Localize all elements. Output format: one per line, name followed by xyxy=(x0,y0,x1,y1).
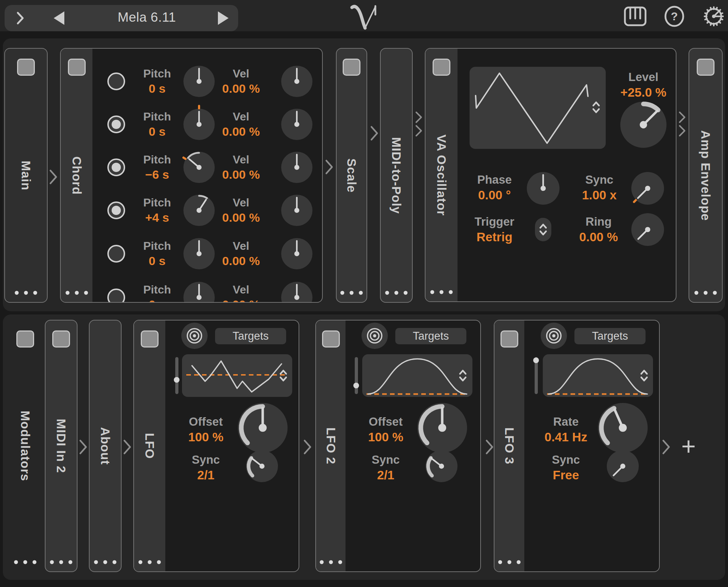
lfo-waveform-display[interactable] xyxy=(182,354,292,397)
chord-note-radio[interactable] xyxy=(107,201,125,219)
lfo-2-menu-dots-icon[interactable] xyxy=(320,560,342,564)
lfo-menu-dots-icon[interactable] xyxy=(138,560,161,564)
next-preset-button[interactable] xyxy=(218,11,229,25)
modulation-drag-source[interactable] xyxy=(362,323,388,349)
ring-param[interactable]: Ring 0.00 % xyxy=(579,215,618,244)
offset-param[interactable]: Offset 100 % xyxy=(368,415,403,444)
amp-envelope-enable-checkbox[interactable] xyxy=(697,59,714,76)
wave-select-stepper-icon[interactable] xyxy=(638,368,650,383)
chord-note-radio[interactable] xyxy=(107,158,125,176)
modulators-section-strip[interactable]: Modulators xyxy=(4,320,46,572)
expand-browser-button[interactable] xyxy=(16,11,25,25)
sync-knob[interactable] xyxy=(240,444,284,489)
wave-select-stepper-icon[interactable] xyxy=(590,100,602,114)
sync-knob[interactable] xyxy=(600,444,645,489)
pitch-param[interactable]: Pitch 0 s xyxy=(143,239,171,268)
midi-in-2-enable-checkbox[interactable] xyxy=(52,330,70,348)
sync-param[interactable]: Sync Free xyxy=(552,453,580,482)
phase-param[interactable]: Phase 0.00 ° xyxy=(477,173,512,202)
scale-enable-checkbox[interactable] xyxy=(343,59,360,76)
offset-param[interactable]: Offset 100 % xyxy=(188,415,223,444)
chord-note-radio[interactable] xyxy=(107,289,125,303)
vel-param[interactable]: Vel 0.00 % xyxy=(222,153,260,182)
lfo-3-enable-checkbox[interactable] xyxy=(500,330,518,348)
lfo-2-enable-checkbox[interactable] xyxy=(322,330,340,348)
chord-note-radio[interactable] xyxy=(107,245,125,263)
va-oscillator-menu-dots-icon[interactable] xyxy=(430,290,453,294)
help-button[interactable]: ? xyxy=(664,6,685,27)
vel-knob[interactable] xyxy=(275,102,319,146)
vel-param[interactable]: Vel 0.00 % xyxy=(222,110,260,139)
mod-depth-slider-handle[interactable] xyxy=(174,377,180,383)
chord-menu-dots-icon[interactable] xyxy=(65,291,88,295)
module-amp-envelope-strip[interactable]: Amp Envelope xyxy=(689,48,723,303)
trigger-stepper[interactable] xyxy=(535,218,551,241)
chord-note-radio[interactable] xyxy=(107,115,125,133)
lfo-header[interactable]: LFO xyxy=(134,321,165,571)
pitch-knob[interactable] xyxy=(177,232,221,276)
phase-knob[interactable] xyxy=(520,166,566,211)
ring-knob[interactable] xyxy=(625,207,670,252)
vel-knob[interactable] xyxy=(275,232,319,276)
midi-to-poly-menu-dots-icon[interactable] xyxy=(385,291,408,295)
midi-in-2-menu-dots-icon[interactable] xyxy=(50,560,73,564)
lfo-enable-checkbox[interactable] xyxy=(141,330,159,348)
sync-param[interactable]: Sync 1.00 x xyxy=(582,173,616,202)
pitch-param[interactable]: Pitch −6 s xyxy=(143,153,171,182)
modulators-menu-dots-icon[interactable] xyxy=(14,560,37,564)
module-about-strip[interactable]: About xyxy=(89,320,122,572)
vel-param[interactable]: Vel 0.00 % xyxy=(222,283,260,303)
va-oscillator-header[interactable]: VA Oscillator xyxy=(425,49,457,301)
pitch-knob[interactable] xyxy=(177,145,221,189)
add-modulator-button[interactable]: + xyxy=(681,434,696,459)
lfo-3-header[interactable]: LFO 3 xyxy=(494,321,524,571)
wave-select-stepper-icon[interactable] xyxy=(278,368,289,383)
targets-button[interactable]: Targets xyxy=(395,328,466,344)
lfo-3-menu-dots-icon[interactable] xyxy=(498,560,521,564)
lfo-waveform-display[interactable] xyxy=(543,354,653,397)
targets-button[interactable]: Targets xyxy=(574,328,646,344)
pitch-knob[interactable] xyxy=(177,275,221,303)
targets-button[interactable]: Targets xyxy=(215,328,286,344)
mod-depth-slider[interactable] xyxy=(175,357,178,394)
sync-param[interactable]: Sync 2/1 xyxy=(372,453,400,482)
level-knob[interactable] xyxy=(614,95,673,154)
vel-knob[interactable] xyxy=(275,145,319,189)
mod-depth-slider-handle[interactable] xyxy=(533,357,539,363)
sync-param[interactable]: Sync 2/1 xyxy=(192,453,220,482)
settings-button[interactable] xyxy=(702,5,726,28)
pitch-knob[interactable] xyxy=(177,102,221,146)
mod-depth-slider[interactable] xyxy=(355,357,358,394)
vel-param[interactable]: Vel 0.00 % xyxy=(222,196,260,225)
vel-knob[interactable] xyxy=(275,275,319,303)
pitch-knob[interactable] xyxy=(177,59,221,103)
modulation-drag-source[interactable] xyxy=(541,323,567,349)
oscillator-waveform-display[interactable] xyxy=(470,67,606,149)
main-enable-checkbox[interactable] xyxy=(17,59,35,76)
pitch-param[interactable]: Pitch +4 s xyxy=(143,196,171,225)
modulation-drag-source[interactable] xyxy=(181,323,208,349)
mod-depth-slider-handle[interactable] xyxy=(353,383,359,388)
trigger-param[interactable]: Trigger Retrig xyxy=(475,215,514,244)
module-midi-in-2-strip[interactable]: MIDI In 2 xyxy=(45,320,77,572)
pitch-param[interactable]: Pitch 0 s xyxy=(143,67,171,96)
lfo-2-header[interactable]: LFO 2 xyxy=(316,321,346,571)
sync-knob[interactable] xyxy=(625,166,670,211)
vel-param[interactable]: Vel 0.00 % xyxy=(222,239,260,268)
chord-enable-checkbox[interactable] xyxy=(68,59,86,76)
lfo-waveform-display[interactable] xyxy=(362,354,472,397)
chord-header[interactable]: Chord xyxy=(61,49,92,302)
about-menu-dots-icon[interactable] xyxy=(94,560,117,564)
chord-note-radio[interactable] xyxy=(107,72,125,90)
main-menu-dots-icon[interactable] xyxy=(15,291,37,295)
pitch-knob[interactable] xyxy=(177,188,221,232)
rate-param[interactable]: Rate 0.41 Hz xyxy=(545,415,588,444)
scale-menu-dots-icon[interactable] xyxy=(340,291,363,295)
sync-knob[interactable] xyxy=(419,444,464,489)
va-oscillator-enable-checkbox[interactable] xyxy=(433,59,450,76)
module-scale-strip[interactable]: Scale xyxy=(336,48,367,303)
pitch-param[interactable]: Pitch 0 s xyxy=(143,283,171,303)
keyboard-button[interactable] xyxy=(624,6,647,26)
module-midi-to-poly-strip[interactable]: MIDI-to-Poly xyxy=(380,48,413,303)
vel-knob[interactable] xyxy=(275,188,319,232)
